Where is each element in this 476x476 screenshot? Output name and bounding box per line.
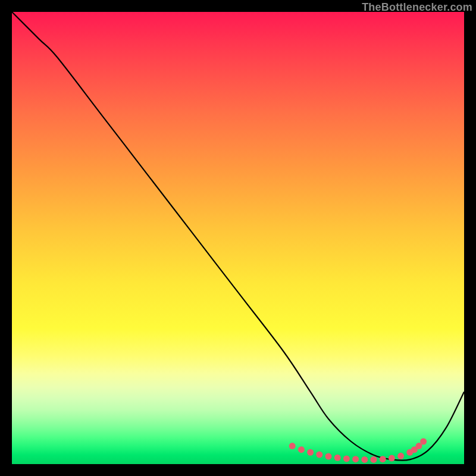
- marker-dot: [325, 453, 332, 460]
- marker-dot: [361, 456, 368, 463]
- marker-dot: [389, 455, 395, 462]
- marker-dot: [371, 456, 377, 463]
- marker-dot: [316, 452, 322, 458]
- curve-layer: [12, 12, 464, 464]
- marker-dot: [397, 453, 404, 459]
- gradient-plot-area: [12, 12, 464, 464]
- marker-dot: [420, 439, 427, 445]
- marker-dots: [289, 439, 427, 463]
- chart-frame: TheBottlenecker.com: [0, 0, 476, 476]
- marker-dot: [352, 456, 359, 462]
- marker-dot: [334, 455, 341, 461]
- marker-dot: [298, 446, 305, 453]
- watermark-text: TheBottlenecker.com: [362, 1, 472, 14]
- marker-dot: [289, 443, 296, 449]
- marker-dot: [343, 455, 350, 462]
- bottleneck-curve: [12, 12, 464, 461]
- marker-dot: [380, 456, 386, 462]
- marker-dot: [307, 449, 314, 456]
